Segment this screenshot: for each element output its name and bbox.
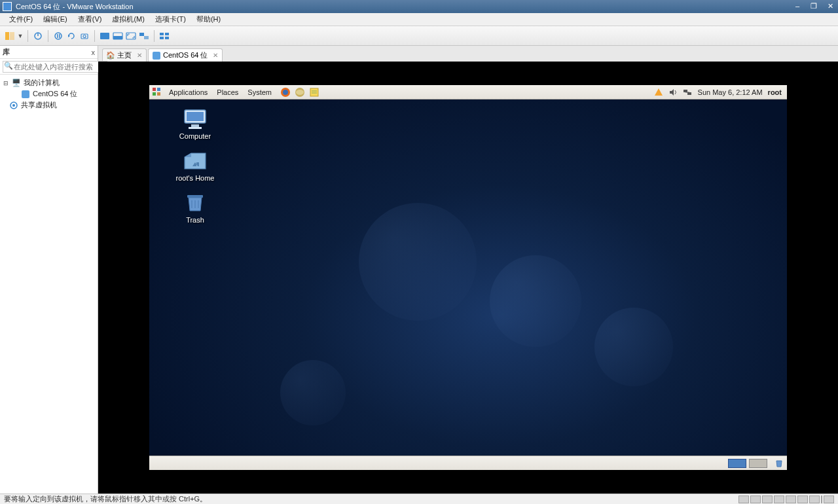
status-message-icon[interactable] [824,495,834,503]
menubar: 文件(F) 编辑(E) 查看(V) 虚拟机(M) 选项卡(T) 帮助(H) [0,13,838,26]
desktop-icon-label: root's Home [176,174,215,182]
tab-bar: 🏠 主页 ✕ CentOS 64 位 ✕ [98,46,838,62]
tree-vm-centos[interactable]: CentOS 64 位 [3,88,95,99]
sidebar-search-input[interactable] [3,61,107,73]
svg-rect-1 [10,32,14,40]
status-sound-icon[interactable] [797,495,808,503]
svg-rect-20 [22,90,29,98]
tab-close-icon[interactable]: ✕ [213,52,218,59]
vm-console[interactable]: Applications Places System [98,62,838,494]
user-menu[interactable]: root [768,88,782,96]
tree-label: CentOS 64 位 [33,89,77,99]
menu-places[interactable]: Places [213,87,242,98]
svg-rect-16 [160,33,164,35]
clock[interactable]: Sun May 6, 2:12 AM [698,88,763,96]
svg-rect-44 [187,195,203,198]
tree-label: 共享虚拟机 [21,100,57,110]
home-icon: 🏠 [107,52,115,60]
svg-rect-12 [113,36,122,39]
unity-icon[interactable] [138,30,150,42]
menu-system[interactable]: System [244,87,276,98]
workspace-1[interactable] [728,459,746,468]
status-net-icon[interactable] [774,495,784,503]
menu-edit[interactable]: 编辑(E) [38,13,73,26]
desktop-trash-icon[interactable]: Trash [169,192,221,224]
window-maximize-button[interactable]: ❐ [806,0,822,12]
evolution-launcher-icon[interactable] [294,86,306,98]
menu-vm[interactable]: 虚拟机(M) [107,13,150,26]
status-hdd-icon[interactable] [738,495,749,503]
tab-close-icon[interactable]: ✕ [137,52,142,59]
svg-rect-18 [160,37,164,39]
power-on-icon[interactable] [32,30,44,42]
guest-desktop[interactable]: Applications Places System [149,85,787,470]
update-notifier-icon[interactable] [653,87,664,98]
library-toggle-icon[interactable] [4,30,16,42]
gnome-bottom-panel [149,456,787,470]
svg-point-29 [283,90,288,95]
svg-rect-42 [191,124,199,127]
svg-rect-24 [153,88,156,91]
reset-icon[interactable] [65,30,77,42]
svg-rect-15 [144,36,149,39]
library-sidebar: 库 x 🔍 ▼ ⊟ 🖥️ 我的计算机 CentOS 64 位 共享虚拟机 [0,46,98,494]
sidebar-close-button[interactable]: x [92,48,96,56]
window-title: CentOS 64 位 - VMware Workstation [16,2,134,12]
search-icon: 🔍 [4,62,13,70]
menu-tabs[interactable]: 选项卡(T) [150,13,191,26]
network-icon[interactable] [682,87,693,98]
view-console-icon[interactable] [99,30,111,42]
vm-icon [21,90,30,99]
svg-rect-43 [189,127,202,129]
menu-view[interactable]: 查看(V) [73,13,107,26]
window-minimize-button[interactable]: – [790,0,805,12]
firefox-launcher-icon[interactable] [280,86,291,98]
status-usb-icon[interactable] [786,495,796,503]
tree-collapse-icon[interactable]: ⊟ [3,80,9,86]
thumbnail-icon[interactable] [158,30,170,42]
svg-rect-25 [157,88,160,91]
gnome-foot-icon[interactable] [152,87,162,98]
tree-my-computer[interactable]: ⊟ 🖥️ 我的计算机 [3,77,95,88]
panel-trash-icon[interactable] [774,458,784,469]
svg-marker-36 [670,89,674,96]
volume-icon[interactable] [668,87,678,98]
shared-icon [9,101,18,110]
svg-rect-26 [153,92,156,96]
suspend-icon[interactable] [52,30,64,42]
gnome-top-panel: Applications Places System [149,85,787,99]
desktop-icon-label: Trash [186,216,204,224]
svg-point-31 [296,90,304,95]
dropdown-icon[interactable]: ▼ [17,30,24,42]
snapshot-icon[interactable] [79,30,90,42]
computer-icon: 🖥️ [12,79,21,88]
svg-rect-14 [139,33,144,36]
desktop-home-icon[interactable]: root's Home [169,151,221,182]
svg-point-4 [55,33,62,39]
menu-applications[interactable]: Applications [165,87,211,98]
status-printer-icon[interactable] [809,495,820,503]
tab-home[interactable]: 🏠 主页 ✕ [102,48,147,62]
tree-shared-vms[interactable]: 共享虚拟机 [3,99,95,111]
statusbar: 要将输入定向到该虚拟机，请将鼠标指针移入其中或按 Ctrl+G。 [0,494,838,504]
workspace-2[interactable] [749,459,767,468]
tab-label: CentOS 64 位 [163,50,208,60]
svg-rect-10 [100,33,109,39]
svg-marker-35 [655,88,663,96]
vm-tab-icon [153,52,160,60]
view-summary-icon[interactable] [112,30,124,42]
svg-rect-17 [165,33,169,35]
menu-help[interactable]: 帮助(H) [191,13,226,26]
show-desktop-icon[interactable] [152,458,162,469]
window-close-button[interactable]: ✕ [822,0,838,12]
tab-centos[interactable]: CentOS 64 位 ✕ [148,48,223,62]
fullscreen-icon[interactable] [125,30,137,42]
status-cd-icon[interactable] [750,495,761,503]
menu-file[interactable]: 文件(F) [4,13,38,26]
status-hint: 要将输入定向到该虚拟机，请将鼠标指针移入其中或按 Ctrl+G。 [4,494,207,504]
desktop-computer-icon[interactable]: Computer [169,109,221,140]
svg-rect-38 [687,92,691,95]
notes-launcher-icon[interactable] [308,86,320,98]
status-floppy-icon[interactable] [762,495,773,503]
svg-point-22 [12,104,15,107]
